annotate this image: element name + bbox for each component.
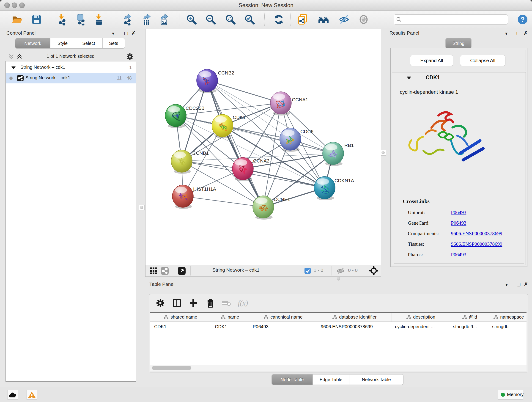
graph-node-CDKN1A[interactable]	[314, 177, 335, 200]
save-session-icon[interactable]	[31, 13, 42, 26]
zoom-fit-icon[interactable]	[225, 13, 236, 26]
gene-expander-icon[interactable]	[406, 76, 412, 80]
toolbar-separator	[364, 266, 364, 275]
tab-string[interactable]: String	[446, 38, 471, 48]
import-table-icon[interactable]	[93, 13, 105, 26]
gene-section-header[interactable]: CDK1	[392, 72, 526, 83]
new-network-from-selection-icon[interactable]	[297, 13, 309, 26]
results-panel-menu-icon[interactable]: ▾	[505, 31, 507, 36]
column-header[interactable]: shared name	[150, 313, 211, 322]
tab-sets[interactable]: Sets	[103, 38, 125, 48]
column-header[interactable]: namespace	[489, 313, 526, 322]
bottom-splitter-grip[interactable]	[337, 277, 340, 281]
results-panel-float-icon[interactable]: ▢	[516, 31, 520, 35]
table-panel-menu-icon[interactable]: ▾	[505, 282, 508, 287]
tab-style[interactable]: Style	[51, 38, 75, 48]
crosslink-compartments-link[interactable]: 9606.ENSP00000378699	[451, 230, 502, 236]
tab-select[interactable]: Select	[75, 38, 103, 48]
cell-id[interactable]: stringdb:9...	[449, 322, 488, 332]
graph-node-HIST1H1A[interactable]	[172, 185, 193, 209]
import-network-icon[interactable]	[56, 13, 68, 26]
export-image-icon[interactable]	[158, 13, 170, 26]
right-splitter-grip[interactable]	[380, 150, 386, 156]
tab-edge-table[interactable]: Edge Table	[313, 375, 349, 385]
network-view-icon[interactable]	[161, 267, 169, 275]
table-options-gear-icon[interactable]	[155, 298, 165, 308]
crosslink-label: Uniprot:	[408, 210, 425, 216]
cell-database-identifier[interactable]: 9606.ENSP00000378699	[317, 322, 391, 332]
cloud-status-button[interactable]	[7, 390, 18, 400]
tab-network[interactable]: Network	[15, 38, 51, 48]
crosslink-tissues-link[interactable]: 9606.ENSP00000378699	[451, 241, 502, 247]
table-row[interactable]: CDK1 CDK1 P06493 9606.ENSP00000378699 cy…	[150, 322, 526, 332]
cell-canonical-name[interactable]: P06493	[249, 322, 317, 332]
cell-namespace[interactable]: stringdb	[488, 322, 526, 332]
warning-status-button[interactable]	[27, 390, 37, 400]
selected-checkbox-icon[interactable]	[304, 268, 311, 274]
graph-node-CDC6[interactable]	[280, 128, 301, 152]
memory-button[interactable]: Memory	[498, 390, 523, 400]
create-column-icon[interactable]	[188, 298, 198, 308]
column-header[interactable]: database identifier	[317, 313, 392, 322]
import-network-from-database-icon[interactable]	[75, 13, 87, 26]
results-panel-close-icon[interactable]: ✗	[524, 31, 528, 35]
collapse-all-button[interactable]: Collapse All	[460, 55, 505, 66]
graph-node-CCNE1[interactable]	[253, 196, 274, 220]
zoom-out-icon[interactable]	[205, 13, 217, 26]
node-table-container: f(x) shared name name canonical name dat…	[149, 294, 528, 372]
first-neighbors-icon[interactable]	[317, 13, 329, 26]
crosslink-genecard-link[interactable]: P06493	[451, 220, 466, 226]
crosslink-pharos-link[interactable]: P06493	[451, 252, 466, 258]
string-network-graph[interactable]: CCNB2CCNA1CDC25BCDK1CDC6RB1CCNB1CCNA2CDK…	[146, 29, 381, 265]
graph-node-CCNB1[interactable]	[171, 150, 192, 174]
help-icon[interactable]: ?	[517, 13, 529, 26]
control-panel-close-icon[interactable]: ✗	[132, 31, 135, 35]
show-columns-icon[interactable]	[172, 298, 182, 308]
column-header[interactable]: name	[211, 313, 249, 322]
table-panel-float-icon[interactable]: ▢	[516, 282, 521, 287]
crosslink-uniprot-link[interactable]: P06493	[451, 210, 466, 216]
show-all-icon[interactable]	[358, 13, 370, 26]
zoom-selected-icon[interactable]	[244, 13, 256, 26]
table-panel-close-icon[interactable]: ✗	[524, 282, 528, 287]
table-horizontal-scrollbar[interactable]	[150, 365, 526, 371]
graph-node-CDC25B[interactable]	[165, 104, 186, 128]
control-panel-title: Control Panel	[6, 30, 36, 36]
hide-selected-icon[interactable]	[338, 13, 350, 26]
scrollbar-thumb[interactable]	[152, 366, 191, 370]
control-panel-menu-icon[interactable]: ▾	[112, 31, 114, 36]
open-session-icon[interactable]	[11, 13, 23, 26]
network-collection-row[interactable]: String Network – cdk1 1	[6, 62, 136, 73]
tab-network-table[interactable]: Network Table	[349, 375, 403, 385]
apply-layout-icon[interactable]	[273, 13, 285, 26]
grid-view-icon[interactable]	[150, 267, 158, 275]
cell-name[interactable]: CDK1	[211, 322, 249, 332]
toolbar-separator	[290, 13, 291, 26]
birds-eye-crosshair-icon[interactable]	[369, 266, 378, 275]
export-table-icon[interactable]	[141, 13, 153, 26]
cell-shared-name[interactable]: CDK1	[150, 322, 211, 332]
graph-node-CCNB2[interactable]	[196, 69, 218, 93]
network-row[interactable]: String Network – cdk1 11 48	[6, 73, 136, 83]
column-header[interactable]: @id	[450, 313, 489, 322]
search-input[interactable]	[404, 15, 506, 24]
detach-view-icon[interactable]	[177, 267, 186, 275]
control-panel-float-icon[interactable]: ▢	[124, 31, 128, 35]
graph-node-CCNA1[interactable]	[270, 92, 291, 115]
collapse-all-chevron-icon[interactable]	[8, 54, 14, 60]
cell-description[interactable]: cyclin-dependent ...	[391, 322, 449, 332]
delete-column-icon[interactable]	[205, 298, 215, 308]
column-header[interactable]: description	[392, 313, 450, 322]
network-options-gear-icon[interactable]	[126, 53, 134, 61]
expand-all-button[interactable]: Expand All	[410, 55, 453, 66]
collection-expander-icon[interactable]	[11, 66, 16, 69]
network-canvas[interactable]: CCNB2CCNA1CDC25BCDK1CDC6RB1CCNB1CCNA2CDK…	[145, 29, 381, 265]
export-network-icon[interactable]	[122, 13, 133, 26]
graph-node-RB1[interactable]	[323, 142, 344, 166]
column-header[interactable]: canonical name	[249, 313, 317, 322]
zoom-in-icon[interactable]	[186, 13, 197, 26]
toolbar-separator	[179, 13, 179, 26]
left-splitter-grip[interactable]	[139, 205, 145, 211]
tab-node-table[interactable]: Node Table	[272, 375, 313, 385]
network-view-title: String Network – cdk1	[212, 267, 259, 273]
